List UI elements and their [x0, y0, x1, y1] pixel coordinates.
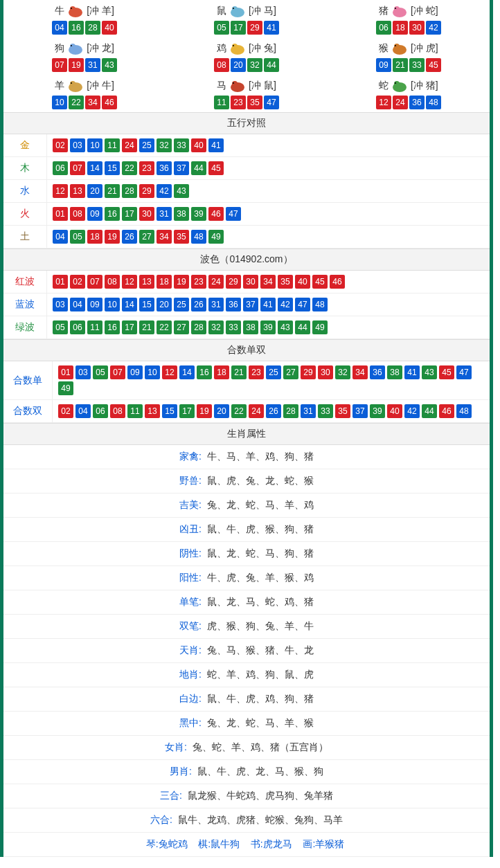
number-ball: 33	[174, 138, 189, 152]
zodiac-clash: [冲 蛇]	[411, 5, 438, 17]
number-ball: 01	[58, 365, 73, 379]
number-ball: 40	[295, 275, 310, 289]
number-ball: 12	[53, 184, 68, 198]
section-header-shengxiao: 生肖属性	[3, 423, 490, 445]
attr-value: 牛、虎、兔、羊、猴、鸡	[207, 572, 314, 583]
number-ball: 36	[157, 161, 172, 175]
number-ball: 48	[191, 230, 206, 244]
number-ball: 34	[85, 96, 100, 109]
number-ball: 04	[52, 21, 67, 35]
number-ball: 29	[301, 365, 316, 379]
number-ball: 23	[231, 96, 246, 109]
number-ball: 31	[208, 298, 224, 311]
number-ball: 02	[53, 138, 68, 152]
number-ball: 16	[105, 320, 120, 334]
zodiac-balls: 08203244	[166, 58, 328, 72]
number-ball: 42	[426, 21, 441, 35]
zodiac-balls: 06183042	[328, 21, 490, 35]
zodiac-cell: 狗 [冲 龙] 07193143	[3, 37, 166, 75]
number-ball: 28	[191, 320, 206, 334]
attr-value: 鼠、龙、蛇、马、狗、猪	[207, 548, 314, 559]
attr-key: 黑中:	[179, 717, 202, 728]
zodiac-name: 牛	[55, 5, 64, 17]
attr-row: 单笔: 鼠、龙、马、蛇、鸡、猪	[3, 590, 490, 615]
number-ball: 08	[214, 58, 229, 72]
number-ball: 46	[439, 404, 454, 418]
number-ball: 47	[456, 365, 472, 379]
number-ball: 15	[162, 404, 177, 418]
number-ball: 33	[318, 404, 333, 418]
number-ball: 21	[105, 184, 120, 198]
zodiac-cell: 猪 [冲 蛇] 06183042	[328, 0, 490, 37]
number-ball: 23	[191, 275, 206, 289]
svg-point-16	[394, 44, 400, 49]
number-ball: 31	[85, 58, 100, 72]
number-ball: 14	[179, 365, 195, 379]
number-ball: 43	[174, 184, 189, 198]
zodiac-clash: [冲 龙]	[87, 42, 114, 55]
number-ball: 18	[157, 275, 172, 289]
row-label: 水	[3, 180, 47, 203]
row-balls: 06071415222336374445	[53, 161, 484, 175]
number-ball: 09	[376, 58, 391, 72]
number-ball: 42	[404, 404, 420, 418]
number-ball: 41	[404, 365, 420, 379]
number-ball: 49	[312, 320, 328, 334]
number-ball: 24	[208, 275, 224, 289]
attr-row: 家禽: 牛、马、羊、鸡、狗、猪	[3, 445, 490, 469]
number-ball: 40	[102, 21, 117, 35]
number-ball: 22	[122, 161, 137, 175]
attr-value: 兔、龙、蛇、马、羊、鸡	[207, 499, 314, 510]
row-balls: 0108091617303138394647	[53, 207, 484, 221]
attr-row: 双笔: 虎、猴、狗、兔、羊、牛	[3, 615, 490, 639]
row-label: 合数双	[3, 400, 53, 423]
number-ball: 23	[139, 161, 154, 175]
number-ball: 09	[87, 298, 102, 311]
svg-point-14	[233, 45, 234, 46]
number-ball: 38	[243, 320, 258, 334]
attr-value: 蛇、羊、鸡、狗、鼠、虎	[207, 669, 314, 680]
table-row: 绿波 05061116172122272832333839434449	[3, 316, 490, 339]
row-label: 蓝波	[3, 293, 47, 316]
number-ball: 04	[75, 404, 91, 418]
section-header-bose: 波色（014902.com）	[3, 248, 490, 271]
row-balls: 0103050709101214161821232527293032343638…	[58, 365, 484, 395]
number-ball: 45	[312, 275, 328, 289]
row-balls: 02031011242532334041	[53, 138, 484, 152]
number-ball: 29	[247, 21, 262, 35]
attr-row: 阴性: 鼠、龙、蛇、马、狗、猪	[3, 542, 490, 566]
zodiac-name: 猴	[379, 42, 389, 55]
table-row: 木 06071415222336374445	[3, 157, 490, 180]
number-ball: 43	[422, 365, 437, 379]
row-label: 土	[3, 226, 47, 248]
number-ball: 48	[456, 404, 472, 418]
svg-point-22	[232, 81, 238, 87]
footer-c: 书:虎龙马	[251, 838, 292, 849]
number-ball: 45	[426, 58, 441, 72]
zodiac-name: 猪	[379, 5, 389, 17]
number-ball: 15	[105, 161, 120, 175]
attr-row: 野兽: 鼠、虎、兔、龙、蛇、猴	[3, 469, 490, 494]
section-header-heshu: 合数单双	[3, 339, 490, 361]
number-ball: 12	[162, 365, 177, 379]
attr-key: 双笔:	[179, 620, 202, 631]
number-ball: 21	[393, 58, 408, 72]
pig-icon	[390, 4, 409, 18]
attr-value: 鼠、虎、兔、龙、蛇、猴	[207, 475, 314, 486]
number-ball: 17	[231, 21, 246, 35]
attr-key: 阴性:	[179, 548, 202, 559]
attr-key: 凶丑:	[179, 523, 202, 534]
attr-row: 凶丑: 鼠、牛、虎、猴、狗、猪	[3, 518, 490, 542]
number-ball: 39	[260, 320, 276, 334]
table-row: 火 0108091617303138394647	[3, 203, 490, 226]
row-label: 绿波	[3, 316, 47, 339]
number-ball: 37	[243, 298, 258, 311]
number-ball: 41	[208, 138, 224, 152]
svg-point-10	[70, 44, 75, 49]
number-ball: 18	[87, 230, 102, 244]
row-balls: 04051819262734354849	[53, 230, 484, 244]
number-ball: 25	[174, 298, 189, 311]
row-label: 金	[3, 134, 47, 157]
number-ball: 47	[226, 207, 241, 221]
svg-point-7	[394, 6, 400, 12]
